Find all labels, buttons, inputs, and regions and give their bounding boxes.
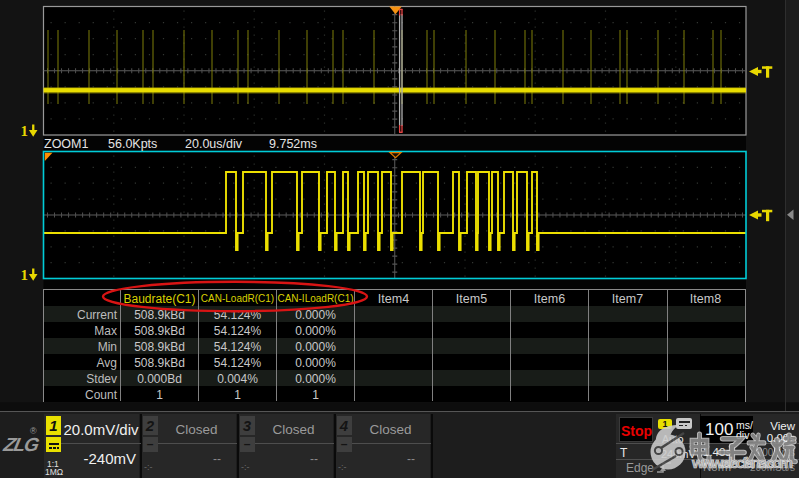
svg-text:1: 1 xyxy=(21,123,29,139)
svg-text:1: 1 xyxy=(21,267,29,283)
